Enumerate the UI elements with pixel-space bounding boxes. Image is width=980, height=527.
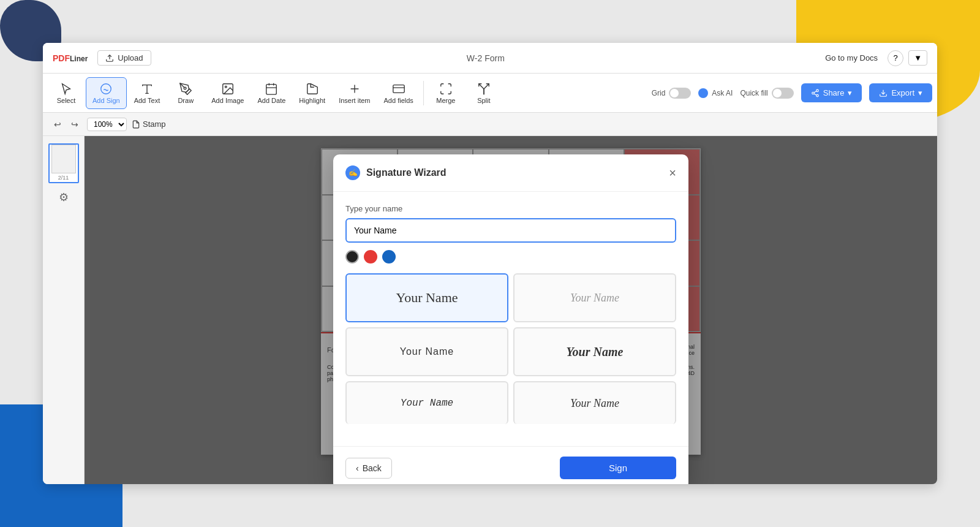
grid-label: Grid	[652, 89, 666, 97]
undo-button[interactable]: ↩	[50, 118, 65, 131]
color-blue[interactable]	[382, 250, 396, 264]
back-button[interactable]: ‹ Back	[345, 458, 392, 479]
svg-point-2	[184, 87, 187, 89]
sign-button[interactable]: Sign	[560, 457, 676, 479]
page-indicator: 2/11	[58, 175, 69, 181]
svg-point-1	[101, 83, 111, 94]
signature-option-2[interactable]: Your Name	[513, 273, 676, 322]
toggle-knob	[670, 89, 679, 97]
tool-add-sign[interactable]: Add Sign	[86, 77, 127, 109]
ask-ai-dot	[698, 88, 708, 98]
pdf-area: Form W-2 Wage and Tax Statement 2023 Dep…	[85, 136, 937, 484]
modal-title: Signature Wizard	[366, 167, 447, 178]
app-container: PDFLiner Upload W-2 Form Go to my Docs ?…	[43, 43, 937, 484]
ask-ai-label: Ask AI	[712, 89, 733, 97]
stamp-label: Stamp	[143, 119, 166, 129]
upload-button[interactable]: Upload	[97, 50, 151, 66]
svg-point-13	[816, 89, 818, 92]
header-right: Go to my Docs ? ▼	[820, 50, 927, 66]
signature-option-6[interactable]: Your Name	[513, 381, 676, 424]
svg-rect-11	[393, 85, 404, 93]
toolbar: Select Add Sign Add Text Draw	[43, 74, 937, 113]
quick-fill-area: Quick fill	[740, 88, 793, 99]
color-red[interactable]	[364, 250, 377, 264]
export-button[interactable]: Export ▾	[869, 83, 932, 102]
sub-toolbar: ↩ ↪ 100% 75% 125% 150% Stamp	[43, 113, 937, 136]
color-options	[345, 250, 676, 264]
doc-title: W-2 Form	[161, 53, 811, 63]
quick-fill-knob	[773, 89, 782, 97]
modal-body: Type your name Your Name	[333, 192, 688, 446]
sig-text-3: Your Name	[400, 346, 454, 357]
signature-grid: Your Name Your Name Your Name Your Name	[345, 273, 676, 424]
toolbar-divider	[423, 81, 424, 105]
svg-point-14	[812, 92, 814, 94]
stamp-button[interactable]: Stamp	[132, 119, 166, 129]
sig-text-4: Your Name	[567, 345, 624, 359]
name-input[interactable]	[345, 218, 676, 243]
sig-text-2: Your Name	[570, 292, 619, 305]
signature-option-4[interactable]: Your Name	[513, 327, 676, 376]
svg-line-17	[814, 91, 816, 92]
workspace: 2/11 ⚙	[43, 136, 937, 484]
svg-point-15	[816, 94, 818, 97]
toolbar-right: Grid Ask AI Quick fill Share ▾	[652, 83, 932, 102]
page-thumbnail[interactable]: 2/11	[48, 143, 79, 183]
tool-add-text[interactable]: Add Text	[128, 77, 167, 109]
sig-text-5: Your Name	[401, 398, 453, 409]
signature-option-5[interactable]: Your Name	[345, 381, 508, 424]
grid-toggle: Grid	[652, 88, 692, 99]
sig-text-6: Your Name	[570, 397, 619, 410]
tool-split[interactable]: Split	[466, 77, 502, 109]
tool-add-fields[interactable]: Add fields	[378, 77, 420, 109]
modal-close-button[interactable]: ×	[669, 166, 676, 180]
signature-option-3[interactable]: Your Name	[345, 327, 508, 376]
undo-redo-group: ↩ ↪	[50, 118, 82, 131]
modal-overlay: ✍ Signature Wizard × Type your name	[85, 136, 937, 484]
zoom-select[interactable]: 100% 75% 125% 150%	[87, 118, 127, 131]
go-to-docs-button[interactable]: Go to my Docs	[820, 51, 883, 65]
grid-toggle-switch[interactable]	[669, 88, 691, 99]
tool-draw[interactable]: Draw	[167, 77, 204, 109]
ask-ai-area: Ask AI	[698, 88, 733, 98]
svg-point-4	[225, 86, 227, 88]
tool-highlight[interactable]: Highlight	[293, 77, 331, 109]
modal-header: ✍ Signature Wizard ×	[333, 154, 688, 192]
modal-footer: ‹ Back Sign	[333, 446, 688, 484]
wizard-icon: ✍	[345, 165, 360, 180]
svg-line-16	[814, 93, 816, 94]
redo-button[interactable]: ↪	[67, 118, 82, 131]
color-black[interactable]	[345, 250, 359, 264]
logo: PDFLiner	[53, 51, 88, 64]
input-label: Type your name	[345, 204, 676, 213]
tool-insert-item[interactable]: Insert item	[333, 77, 376, 109]
tool-add-date[interactable]: Add Date	[251, 77, 292, 109]
signature-option-1[interactable]: Your Name	[345, 273, 508, 322]
sig-text-1: Your Name	[396, 290, 458, 306]
tool-select[interactable]: Select	[48, 77, 85, 109]
sidebar: 2/11 ⚙	[43, 136, 85, 484]
svg-rect-5	[266, 84, 277, 94]
tool-add-image[interactable]: Add Image	[205, 77, 250, 109]
signature-wizard-modal: ✍ Signature Wizard × Type your name	[333, 154, 688, 484]
tool-merge[interactable]: Merge	[428, 77, 464, 109]
settings-button[interactable]: ⚙	[59, 191, 69, 204]
expand-button[interactable]: ▼	[908, 50, 927, 66]
quick-fill-label: Quick fill	[740, 89, 767, 97]
header: PDFLiner Upload W-2 Form Go to my Docs ?…	[43, 43, 937, 74]
back-arrow-icon: ‹	[356, 463, 359, 473]
help-button[interactable]: ?	[888, 50, 903, 66]
quick-fill-toggle-switch[interactable]	[772, 88, 794, 99]
share-button[interactable]: Share ▾	[801, 83, 862, 102]
